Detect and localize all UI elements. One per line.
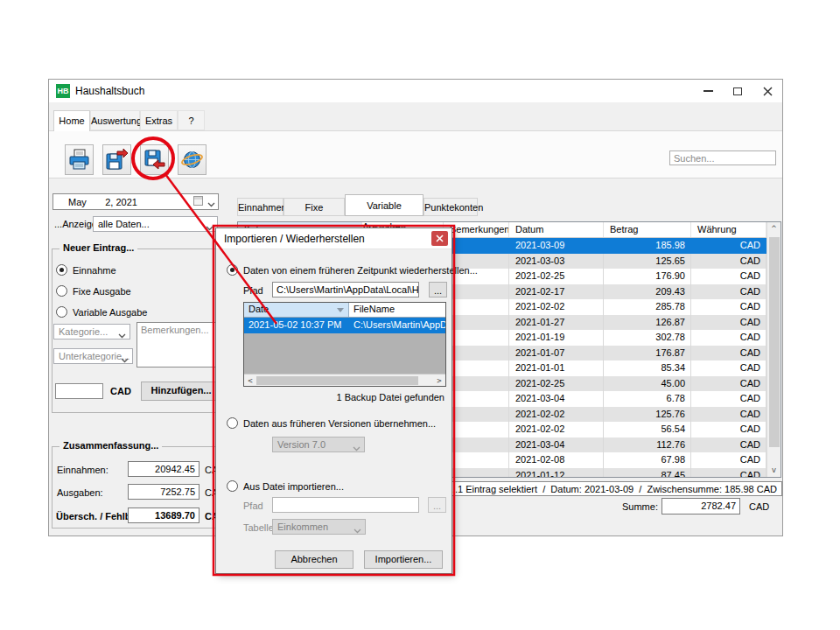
scroll-left-icon[interactable]: < [246,374,255,388]
radio-variable-ausgabe-label: Variable Ausgabe [73,307,147,318]
browse2-button: ... [428,497,446,513]
col-datum[interactable]: Datum [509,222,604,237]
scrollbar-thumb[interactable] [256,376,418,385]
importieren-button[interactable]: Importieren... [364,550,443,569]
backup-col-date[interactable]: Date [244,303,349,317]
radio-restore-backup-label: Daten von einem früheren Zeitpunkt wiede… [243,265,478,276]
tab-auswertung[interactable]: Auswertung [90,110,140,130]
zusammenfassung-title: Zusammenfassung... [60,440,162,451]
horizontal-scrollbar[interactable]: < > [244,374,445,386]
import-button[interactable] [140,144,169,175]
search-input[interactable] [669,150,776,165]
dialog-title-bar: Importieren / Wiederherstellen [216,228,452,249]
kategorie-select[interactable]: Kategorie... [53,324,130,340]
col-bemerkungen[interactable]: Bemerkungen [444,222,509,237]
tab-einnahmen[interactable]: Einnahmen [237,198,284,216]
radio-fixe-ausgabe[interactable] [56,285,67,297]
ausgaben-label: Ausgaben: [57,487,103,498]
abbrechen-button[interactable]: Abbrechen [275,550,354,569]
hinzufuegen-button[interactable]: Hinzufügen... [141,382,221,401]
summe-label: Summe: [622,501,658,512]
backup-button[interactable] [102,144,131,175]
window-title: Haushaltsbuch [75,85,144,97]
import-dialog: Importieren / Wiederherstellen Daten von… [215,228,452,574]
print-button[interactable] [65,144,94,175]
chevron-down-icon [206,222,214,232]
scrollbar-thumb[interactable] [769,237,780,447]
bemerkungen-textarea[interactable]: Bemerkungen... [136,322,218,368]
radio-import-file-label: Aus Datei importieren... [243,481,344,492]
scroll-right-icon[interactable]: > [435,374,444,388]
tab-home[interactable]: Home [53,110,90,131]
browse-button[interactable]: ... [429,282,447,298]
radio-previous-versions-label: Daten aus früheren Versionen übernehmen.… [243,418,436,429]
ausgaben-value: 7252.75 [128,484,200,500]
scroll-up-icon[interactable]: ^ [767,222,780,235]
date-picker[interactable]: May 2, 2021 [52,193,219,210]
web-button[interactable] [178,144,206,175]
close-button[interactable] [752,80,782,102]
backup-row-file: C:\Users\Martin\AppData [349,318,445,333]
maximize-button[interactable] [723,80,752,102]
pfad-label: Pfad [243,285,263,296]
radio-fixe-ausgabe-label: Fixe Ausgabe [73,286,131,297]
web-globe-icon [180,148,204,172]
vertical-scrollbar[interactable]: ^ v [766,222,780,477]
backup-to-disk-icon [105,148,129,172]
close-icon [436,234,444,242]
backup-row-date: 2021-05-02 10:37 PM [244,318,349,333]
close-icon [763,87,773,96]
radio-previous-versions[interactable] [227,417,238,429]
tab-extras[interactable]: Extras [140,110,178,130]
tab-variable-ausgaben[interactable]: Variable Ausgaben [345,194,424,216]
scroll-down-icon[interactable]: v [767,464,780,477]
saldo-value: 13689.70 [128,508,200,523]
summe-currency: CAD [749,501,769,512]
maximize-icon [733,88,742,95]
title-bar: HB Haushaltsbuch [49,80,782,102]
tab-punktekonten[interactable]: Punktekonten [424,198,478,216]
tab-help[interactable]: ? [178,110,205,130]
app-logo-icon: HB [56,84,70,98]
chevron-down-icon [118,330,126,340]
pfad2-label: Pfad [243,500,263,511]
ribbon [49,130,782,178]
anzeige-select[interactable]: alle Daten... [93,216,218,232]
minimize-icon [704,90,713,92]
unterkategorie-select[interactable]: Unterkategorie... [53,348,133,364]
col-waehrung[interactable]: Währung [691,222,766,237]
radio-einnahme-label: Einnahme [73,265,116,276]
col-betrag[interactable]: Betrag [604,222,691,237]
chevron-down-icon [121,354,129,364]
tab-fixe-ausgaben[interactable]: Fixe Ausgaben [284,198,345,216]
einnahmen-label: Einnahmen: [57,465,108,475]
pfad2-input [272,497,419,513]
backup-table: Date FileName 2021-05-02 10:37 PM C:\Use… [243,302,446,387]
currency-label: CAD [110,386,131,396]
backup-row[interactable]: 2021-05-02 10:37 PM C:\Users\Martin\AppD… [244,318,445,333]
import-from-disk-icon [143,148,166,172]
neuer-eintrag-title: Neuer Eintrag... [60,242,137,253]
radio-variable-ausgabe[interactable] [56,306,67,318]
radio-import-file[interactable] [227,480,238,492]
radio-restore-backup[interactable] [227,264,238,276]
tabelle-select: Einkommen [272,519,366,535]
backup-col-filename[interactable]: FileName [349,303,445,317]
backup-found-label: 1 Backup Datei gefunden [336,392,444,402]
chevron-down-icon [354,525,361,535]
minimize-button[interactable] [693,80,723,102]
amount-input[interactable] [55,383,103,399]
einnahmen-value: 20942.45 [128,461,200,477]
dialog-close-button[interactable] [431,231,448,246]
printer-icon [67,148,91,172]
pfad-input[interactable]: C:\Users\Martin\AppData\Local\Ho... [272,282,419,298]
tabelle-label: Tabelle [243,522,274,533]
sort-descending-icon [337,308,344,312]
chevron-down-icon [353,443,360,452]
version-select: Version 7.0 [272,437,365,452]
dialog-title: Importieren / Wiederherstellen [224,233,365,245]
radio-einnahme[interactable] [56,264,67,276]
backup-table-header: Date FileName [244,303,445,318]
summe-value: 2782.47 [662,498,740,514]
